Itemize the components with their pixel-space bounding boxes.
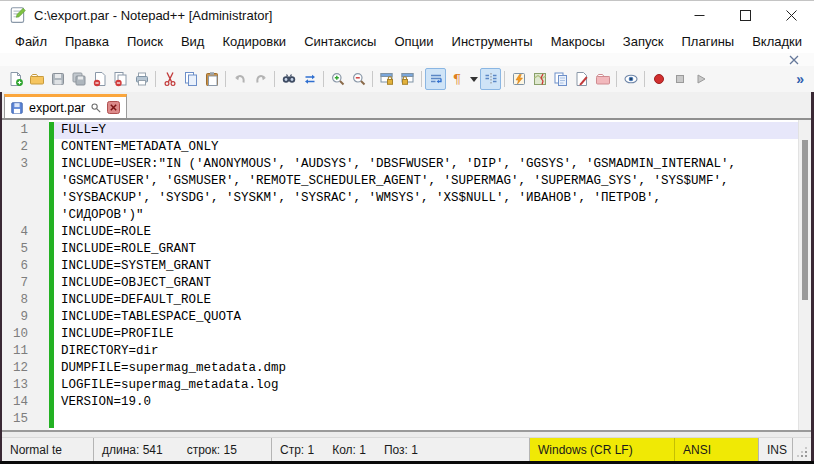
menu-item[interactable]: Синтаксисы [295,31,385,52]
editor-line[interactable]: 7 INCLUDE=OBJECT_GRANT [2,275,798,292]
line-number: 5 [2,241,49,258]
editor-line[interactable]: 9 INCLUDE=TABLESPACE_QUOTA [2,309,798,326]
folder-as-workspace-button[interactable] [592,68,613,90]
editor-lines: 1 FULL=Y 2 CONTENT=METADATA_ONLY 3 INCL [2,120,798,428]
line-text: INCLUDE=ROLE [54,224,798,241]
document-map-button[interactable] [529,68,550,90]
sync-vertical-scroll-button[interactable] [376,68,397,90]
toolbar-overflow-icon[interactable]: » [796,71,810,87]
editor-line[interactable]: 15 [2,411,798,428]
editor-line[interactable]: 13 LOGFILE=supermag_metadata.log [2,377,798,394]
line-text: INCLUDE=OBJECT_GRANT [54,275,798,292]
close-button[interactable] [768,1,814,29]
editor-line[interactable]: 6 INCLUDE=SYSTEM_GRANT [2,258,798,275]
paste-button[interactable] [201,68,222,90]
status-eol-format[interactable]: Windows (CR LF) [530,438,675,461]
open-file-button[interactable] [26,68,47,90]
menu-item[interactable]: Макросы [542,31,614,52]
menu-item[interactable]: Правка [56,31,118,52]
function-list-button[interactable] [508,68,529,90]
status-insert-mode[interactable]: INS [759,438,793,461]
macro-playback-button[interactable] [690,68,711,90]
show-symbol-dropdown-icon[interactable] [467,68,480,90]
status-doc-size: длина: 541 строк: 15 [94,438,272,461]
cut-button[interactable] [159,68,180,90]
editor-line[interactable]: 12 DUMPFILE=supermag_metadata.dmp [2,360,798,377]
toolbar-separator [274,71,275,87]
line-number: 3 [2,156,49,173]
menu-item[interactable]: Поиск [118,31,172,52]
editor-line[interactable]: 11 DIRECTORY=dir [2,343,798,360]
content-frame: export.par 1 FULL=Y 2 [0,92,814,461]
toolbar-band [0,53,814,66]
save-button[interactable] [47,68,68,90]
show-all-characters-button[interactable]: ¶ [446,68,467,90]
editor-line[interactable]: 1 FULL=Y [2,122,798,139]
toolbar-separator [616,71,617,87]
print-button[interactable] [131,68,152,90]
editor-line[interactable]: 14 VERSION=19.0 [2,394,798,411]
editor-line[interactable]: 5 INCLUDE=ROLE_GRANT [2,241,798,258]
close-all-button[interactable] [110,68,131,90]
editor-line[interactable]: 2 CONTENT=METADATA_ONLY [2,139,798,156]
status-cursor-position[interactable]: Стр: 1 Кол: 1 Поз: 1 [272,438,530,461]
maximize-button[interactable] [722,1,768,29]
menu-item[interactable]: Кодировки [213,31,295,52]
line-number: 1 [2,122,49,139]
find-button[interactable] [278,68,299,90]
eol-label: Windows (CR LF) [538,443,633,457]
tab-close-icon[interactable] [107,101,120,114]
menu-item[interactable]: Опции [385,31,442,52]
undo-button[interactable] [229,68,250,90]
zoom-out-button[interactable] [348,68,369,90]
tab-export-par[interactable]: export.par [4,94,127,118]
scrollbar-thumb[interactable] [802,140,808,300]
resize-grip[interactable] [793,438,811,461]
editor-line[interactable]: 'СИДОРОВ')" [2,207,798,224]
line-text: LOGFILE=supermag_metadata.log [54,377,798,394]
pin-icon[interactable] [90,102,102,114]
toolbar-separator [644,71,645,87]
menu-item[interactable]: Файл [6,31,56,52]
toolbar-separator [421,71,422,87]
new-file-button[interactable] [5,68,26,90]
monitoring-button[interactable] [620,68,641,90]
zoom-in-button[interactable] [327,68,348,90]
band-close-icon[interactable] [787,53,801,66]
save-all-button[interactable] [68,68,89,90]
menu-item[interactable]: Вид [172,31,214,52]
line-text: DUMPFILE=supermag_metadata.dmp [54,360,798,377]
macro-record-button[interactable] [648,68,669,90]
menu-item[interactable]: Запуск [614,31,673,52]
sync-horizontal-scroll-button[interactable] [397,68,418,90]
editor-line[interactable]: 'GSMCATUSER', 'GSMUSER', 'REMOTE_SCHEDUL… [2,173,798,190]
macro-stop-button[interactable] [669,68,690,90]
line-number [2,173,49,190]
close-document-button[interactable] [89,68,110,90]
define-language-button[interactable] [571,68,592,90]
editor-line[interactable]: 'SYSBACKUP', 'SYSDG', 'SYSKM', 'SYSRAC',… [2,190,798,207]
replace-button[interactable] [299,68,320,90]
copy-button[interactable] [180,68,201,90]
indent-guide-button[interactable] [480,68,501,90]
line-text: 'GSMCATUSER', 'GSMUSER', 'REMOTE_SCHEDUL… [54,173,798,190]
editor-line[interactable]: 8 INCLUDE=DEFAULT_ROLE [2,292,798,309]
editor-line[interactable]: 3 INCLUDE=USER:"IN ('ANONYMOUS', 'AUDSYS… [2,156,798,173]
line-number: 9 [2,309,49,326]
menu-item[interactable]: Инструменты [443,31,542,52]
document-list-button[interactable] [550,68,571,90]
word-wrap-button[interactable] [425,68,446,90]
saved-file-icon [10,101,24,115]
line-text [54,411,798,428]
vertical-scrollbar[interactable] [798,120,811,430]
editor-line[interactable]: 4 INCLUDE=ROLE [2,224,798,241]
minimize-button[interactable] [676,1,722,29]
redo-button[interactable] [250,68,271,90]
menu-item[interactable]: Плагины [673,31,744,52]
editor[interactable]: 1 FULL=Y 2 CONTENT=METADATA_ONLY 3 INCL [2,118,811,430]
doc-lines-label: строк: 15 [187,443,237,457]
editor-line[interactable]: 10 INCLUDE=PROFILE [2,326,798,343]
doc-type-label: Normal te [10,443,62,457]
menu-item[interactable]: Вкладки [743,31,811,52]
status-encoding[interactable]: ANSI [675,438,759,461]
